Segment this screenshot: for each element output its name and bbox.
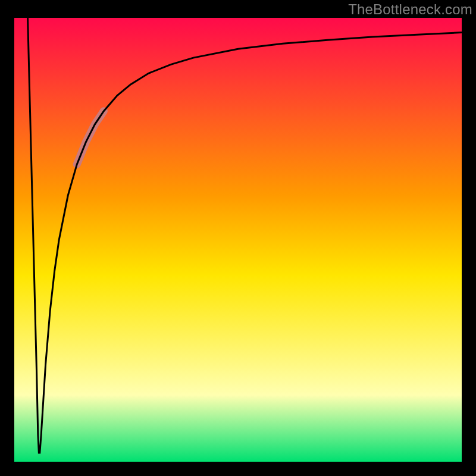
plot-background <box>14 18 462 462</box>
bottleneck-chart <box>0 0 476 476</box>
chart-container: TheBottleneck.com <box>0 0 476 476</box>
